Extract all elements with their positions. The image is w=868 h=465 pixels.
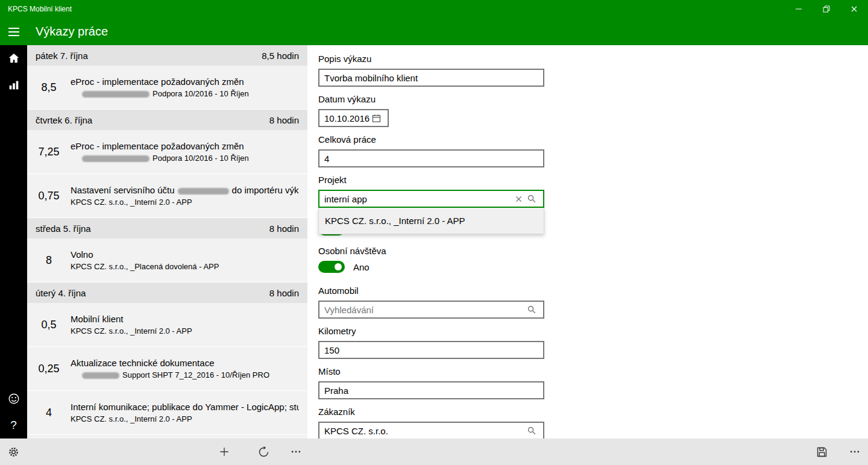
main-area: ? pátek 7. října 8,5 hodin 8,5 eProc - i… [0, 45, 868, 438]
entry-title: eProc - implementace požadovaných změn [71, 141, 299, 151]
field-label: Projekt [318, 175, 544, 185]
commandbar [0, 438, 868, 465]
more-icon [290, 446, 302, 458]
day-total-hours: 8 hodin [269, 288, 299, 298]
magnifier-icon [527, 305, 536, 314]
field-label: Osobní návštěva [318, 246, 544, 256]
hamburger-menu-button[interactable] [0, 18, 28, 45]
redacted-text [82, 372, 119, 379]
entry-subtitle: KPCS CZ. s.r.o., _Interní 2.0 - APP [71, 326, 299, 335]
save-icon [816, 446, 828, 458]
redacted-text [82, 91, 149, 98]
day-group-header: úterý 4. října 8 hodin [27, 282, 307, 303]
search-button[interactable] [525, 191, 538, 207]
search-button[interactable] [525, 423, 538, 438]
field-label: Celková práce [318, 134, 544, 145]
settings-button[interactable] [0, 438, 27, 465]
nav-feedback-button[interactable] [0, 385, 27, 412]
nav-stats-button[interactable] [0, 72, 27, 98]
entry-subtitle: KPCS CZ. s.r.o., _Interní 2.0 - APP [71, 198, 299, 207]
entry-title: Aktualizace technické dokumentace [71, 358, 299, 368]
list-item[interactable]: 0,5 Mobilní klient KPCS CZ. s.r.o., _Int… [27, 303, 307, 346]
field-label: Místo [318, 366, 544, 376]
day-label: úterý 4. října [36, 288, 86, 298]
clear-button[interactable] [512, 191, 525, 207]
day-label: středa 5. října [36, 223, 91, 234]
list-item[interactable]: 7,25 eProc - implementace požadovaných z… [27, 130, 307, 173]
day-total-hours: 8 hodin [269, 223, 299, 234]
entry-title: Interní komunikace; publikace do Yammer … [71, 402, 299, 412]
field-projekt: Projekt KPCS CZ. s.r.o., _Interní 2.0 - … [318, 175, 544, 208]
restore-icon [822, 4, 831, 14]
day-group-header: čtvrtek 6. října 8 hodin [27, 110, 307, 130]
list-item[interactable]: 0,25 Aktualizace technické dokumentace S… [27, 347, 307, 390]
field-label: Zákazník [318, 407, 544, 417]
entry-hours: 0,75 [27, 190, 71, 202]
titlebar: KPCS Mobilní klient [0, 0, 868, 18]
search-button[interactable] [525, 302, 538, 317]
toggle-state-label: Ano [353, 262, 370, 272]
calendar-button[interactable] [370, 110, 383, 126]
entry-hours: 4 [27, 407, 71, 419]
entry-subtitle: Podpora 10/2016 - 10 Říjen [153, 154, 249, 163]
more-icon [849, 446, 861, 458]
list-item[interactable]: 8 Volno KPCS CZ. s.r.o., _Placená dovole… [27, 239, 307, 282]
field-popis: Popis výkazu [318, 54, 544, 87]
appbar: Výkazy práce [0, 18, 868, 45]
entry-hours: 0,25 [27, 363, 71, 375]
more-button[interactable] [841, 438, 868, 465]
page-title: Výkazy práce [36, 25, 108, 39]
entry-title: eProc - implementace požadovaných změn [71, 76, 299, 87]
toggle-switch[interactable] [318, 261, 345, 273]
entry-title: Nastavení servisního účtu [71, 185, 175, 195]
list-item[interactable]: 8,5 eProc - implementace požadovaných zm… [27, 66, 307, 109]
save-button[interactable] [808, 438, 835, 465]
entry-hours: 0,5 [27, 319, 71, 331]
magnifier-icon [527, 194, 536, 204]
datum-input[interactable] [324, 110, 370, 126]
misto-input[interactable] [324, 382, 538, 398]
nav-home-button[interactable] [0, 45, 27, 72]
field-osobni-navsteva: Osobní návštěva Ano [318, 246, 544, 273]
kilometry-input[interactable] [324, 342, 538, 358]
clear-x-icon [515, 195, 523, 203]
work-report-list: pátek 7. října 8,5 hodin 8,5 eProc - imp… [27, 45, 307, 438]
calendar-icon [371, 113, 382, 123]
list-item[interactable]: 4 Interní komunikace; publikace do Yamme… [27, 391, 307, 434]
project-suggestion-item[interactable]: KPCS CZ. s.r.o., _Interní 2.0 - APP [318, 208, 544, 234]
entry-subtitle: Support SHPT 7_12_2016 - 10/Říjen PRO [122, 370, 269, 379]
day-group-header: pátek 7. října 8,5 hodin [27, 45, 307, 66]
home-icon [7, 52, 20, 65]
popis-input[interactable] [324, 70, 538, 86]
field-label: Kilometry [318, 326, 544, 336]
window-controls [785, 0, 868, 18]
settings-gear-icon [7, 446, 20, 458]
refresh-icon [257, 446, 270, 458]
close-icon [849, 4, 859, 14]
redacted-text [178, 188, 229, 195]
more-button[interactable] [283, 438, 309, 465]
celkova-input[interactable] [324, 151, 538, 166]
nav-help-button[interactable]: ? [0, 412, 27, 438]
add-button[interactable] [211, 438, 237, 465]
entry-hours: 8,5 [27, 81, 71, 94]
automobil-search-input[interactable] [324, 302, 525, 317]
app-window: KPCS Mobilní klient Výkazy práce [0, 0, 868, 465]
close-button[interactable] [840, 0, 868, 18]
nav-rail: ? [0, 45, 27, 438]
hamburger-icon [8, 28, 19, 29]
feedback-smiley-icon [7, 392, 20, 405]
projekt-input[interactable] [324, 191, 512, 207]
entry-subtitle: Podpora 10/2016 - 10 Říjen [153, 89, 249, 98]
minimize-icon [794, 4, 804, 14]
entry-title: Volno [71, 249, 299, 260]
zakaznik-search-input[interactable] [324, 423, 525, 438]
day-label: čtvrtek 6. října [36, 115, 92, 125]
list-item[interactable]: 0,75 Nastavení servisního účtudo importé… [27, 174, 307, 217]
minimize-button[interactable] [785, 0, 813, 18]
day-group-header: středa 5. října 8 hodin [27, 218, 307, 239]
restore-button[interactable] [813, 0, 840, 18]
refresh-button[interactable] [250, 438, 277, 465]
field-celkova: Celková práce [318, 134, 544, 167]
day-label: pátek 7. října [36, 51, 88, 61]
